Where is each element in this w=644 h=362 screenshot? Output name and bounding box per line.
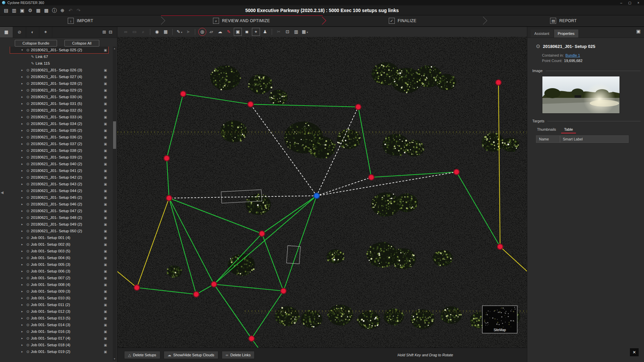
expand-arrow-icon[interactable]: ▸ xyxy=(19,296,25,300)
expand-arrow-icon[interactable]: ▸ xyxy=(19,196,25,199)
thumbnail-icon[interactable]: ▣ xyxy=(104,82,107,85)
save-icon[interactable]: ▣ xyxy=(19,7,25,14)
tree-setup-item[interactable]: ▸⊙20180621_J01- Setup 028 (2)▣ xyxy=(10,80,108,87)
thumbnail-icon[interactable]: ▣ xyxy=(104,323,107,327)
expand-arrow-icon[interactable]: ▾ xyxy=(19,48,25,52)
open-project-icon[interactable]: ▥ xyxy=(11,7,17,14)
expand-arrow-icon[interactable]: ▸ xyxy=(19,283,25,286)
thumbnail-icon[interactable]: ▣ xyxy=(104,310,107,313)
setup-panorama-image[interactable] xyxy=(542,76,620,114)
thumbnail-icon[interactable]: ▣ xyxy=(104,95,107,99)
expand-arrow-icon[interactable]: ▸ xyxy=(19,223,25,226)
workflow-step-report[interactable]: ▤REPORT xyxy=(483,15,644,26)
thumbnail-icon[interactable]: ▣ xyxy=(104,296,107,300)
scroll-down-icon[interactable]: ▼ xyxy=(113,357,116,361)
pano-grid-icon[interactable]: ▥ xyxy=(292,28,300,36)
targets-tab-table[interactable]: Table xyxy=(561,126,576,133)
thumbnail-icon[interactable]: ▣ xyxy=(104,135,107,139)
tree-scrollbar[interactable]: ▲ ▼ xyxy=(113,47,116,361)
tree-setup-item[interactable]: ▸⊙20180621_J01- Setup 032 (5)▣ xyxy=(10,107,108,114)
project-menu-icon[interactable]: ▤ xyxy=(3,7,9,14)
pointcloud-canvas[interactable]: SiteMap xyxy=(117,37,527,348)
setup-node[interactable] xyxy=(497,244,503,250)
panel-tab-properties[interactable]: Properties xyxy=(554,29,578,38)
setup-node[interactable] xyxy=(281,288,286,294)
tree-setup-item[interactable]: ▸⊙20180621_J01- Setup 030 (4)▣ xyxy=(10,94,108,100)
tree-setup-item[interactable]: ▸⊙Job 001- Setup 007 (2)▣ xyxy=(10,275,108,281)
expand-arrow-icon[interactable]: ▸ xyxy=(19,243,25,246)
thumbnail-icon[interactable]: ▣ xyxy=(104,209,107,213)
expand-arrow-icon[interactable]: ▸ xyxy=(19,149,25,152)
tree-setup-item[interactable]: ▸⊙Job 001- Setup 017 (4)▣ xyxy=(10,335,108,342)
setup-node[interactable] xyxy=(211,282,217,287)
thumbnail-icon[interactable]: ▣ xyxy=(104,236,107,240)
setup-node[interactable] xyxy=(164,156,170,161)
setup-node[interactable] xyxy=(180,91,186,97)
expand-arrow-icon[interactable]: ▸ xyxy=(19,229,25,233)
thumbnail-icon[interactable]: ▣ xyxy=(104,216,107,220)
setup-node[interactable] xyxy=(454,169,460,175)
thumbnail-icon[interactable]: ▣ xyxy=(104,196,107,199)
add-target-icon[interactable]: ◎ xyxy=(198,28,206,36)
expand-arrow-icon[interactable]: ▸ xyxy=(19,156,25,159)
tree-setup-item[interactable]: ▸⊙20180621_J01- Setup 046 (2)▣ xyxy=(10,201,108,207)
thumbnail-icon[interactable]: ▣ xyxy=(104,156,107,159)
thumbnail-icon[interactable]: ▣ xyxy=(104,243,107,246)
tree-setup-item[interactable]: ▸⊙Job 001- Setup 019 (2)▣ xyxy=(10,348,108,355)
tree-setup-item[interactable]: ▸⊙20180621_J01- Setup 029 (2)▣ xyxy=(10,87,108,94)
expand-arrow-icon[interactable]: ▸ xyxy=(19,95,25,99)
sidebar-collapse-handle[interactable]: ◀ xyxy=(1,190,3,195)
tree-setup-item[interactable]: ▸⊙Job 001- Setup 006 (3)▣ xyxy=(10,268,108,275)
thumbnail-icon[interactable]: ▣ xyxy=(104,263,107,266)
delete-setups-button[interactable]: △Delete Setups xyxy=(124,351,160,359)
expand-arrow-icon[interactable]: ▸ xyxy=(19,249,25,253)
tab-gis[interactable]: ◐ xyxy=(26,26,39,38)
tree-setup-item[interactable]: ▸⊙20180621_J01- Setup 034 (2)▣ xyxy=(10,120,108,127)
camera-tool-icon[interactable]: ◙ xyxy=(243,28,251,36)
tree-setup-item[interactable]: ▸⊙20180621_J01- Setup 041 (2)▣ xyxy=(10,167,108,174)
thumbnail-icon[interactable]: ▣ xyxy=(104,330,107,334)
image-capture-icon[interactable]: ▣ xyxy=(234,28,242,36)
label-tool-icon[interactable]: ▱ xyxy=(208,28,215,36)
thumbnail-icon[interactable]: ▣ xyxy=(104,182,107,186)
cloud-tool-icon[interactable]: ☁ xyxy=(216,28,224,36)
tree-setup-item[interactable]: ▸⊙Job 001- Setup 005 (3)▣ xyxy=(10,261,108,268)
annotate-tool-icon[interactable]: ✎ xyxy=(225,28,232,36)
tab-optimize[interactable]: ✶ xyxy=(39,26,52,38)
expand-arrow-icon[interactable]: ▸ xyxy=(19,189,25,192)
delete-links-button[interactable]: ∞Delete Links xyxy=(222,351,255,359)
thumbnail-icon[interactable]: ▣ xyxy=(104,350,107,354)
workflow-step-import[interactable]: ↓IMPORT xyxy=(0,15,161,26)
collapse-bundle-button[interactable]: Collapse Bundle xyxy=(15,40,57,47)
tree-link-item[interactable]: ✎Link 67 xyxy=(10,53,108,60)
tree-setup-item[interactable]: ▸⊙20180621_J01- Setup 037 (2)▣ xyxy=(10,140,108,147)
expand-arrow-icon[interactable]: ▸ xyxy=(19,256,25,259)
frame-select-icon[interactable]: ▭ xyxy=(131,28,138,36)
tree-setup-item[interactable]: ▾⊙20180621_J01- Setup 025 (2)▣ xyxy=(10,47,108,53)
expand-arrow-icon[interactable]: ▸ xyxy=(19,82,25,85)
thumbnail-icon[interactable]: ▣ xyxy=(104,142,107,146)
tree-setup-item[interactable]: ▸⊙Job 001- Setup 016 (3)▣ xyxy=(10,328,108,335)
thumbnail-icon[interactable]: ▣ xyxy=(104,290,107,293)
maximize-button[interactable]: ▢ xyxy=(628,1,631,5)
thumbnail-icon[interactable]: ▣ xyxy=(104,162,107,166)
show-hide-setup-clouds-button[interactable]: ☁Show/Hide Setup Clouds xyxy=(164,351,218,359)
expand-arrow-icon[interactable]: ▸ xyxy=(19,202,25,206)
tree-setup-item[interactable]: ▸⊙Job 001- Setup 011 (2)▣ xyxy=(10,301,108,308)
expand-arrow-icon[interactable]: ▸ xyxy=(19,135,25,139)
panel-close-button[interactable]: ✕ xyxy=(630,348,639,356)
expand-arrow-icon[interactable]: ▸ xyxy=(19,236,25,239)
thumbnail-icon[interactable]: ▣ xyxy=(104,149,107,153)
cloud-visibility-icon[interactable]: ◉ xyxy=(153,28,161,36)
tree-setup-item[interactable]: ▸⊙20180621_J01- Setup 043 (2)▣ xyxy=(10,181,108,187)
tree-setup-item[interactable]: ▸⊙20180621_J01- Setup 031 (5)▣ xyxy=(10,100,108,107)
workflow-step-review-and-optimize[interactable]: ⌕REVIEW AND OPTIMIZE xyxy=(161,15,322,26)
scroll-up-icon[interactable]: ▲ xyxy=(113,47,116,50)
sitemap-inset[interactable]: SiteMap xyxy=(482,306,517,333)
cut-links-icon[interactable]: ✂ xyxy=(275,28,282,36)
tree-setup-item[interactable]: ▸⊙20180621_J01- Setup 042 (2)▣ xyxy=(10,174,108,181)
thumbnail-icon[interactable]: ▣ xyxy=(104,68,107,72)
tree-setup-item[interactable]: ▸⊙20180621_J01- Setup 044 (2)▣ xyxy=(10,187,108,194)
grid-options-icon[interactable]: ▦ xyxy=(301,28,309,36)
tree-setup-item[interactable]: ▸⊙Job 001- Setup 009 (3)▣ xyxy=(10,288,108,295)
